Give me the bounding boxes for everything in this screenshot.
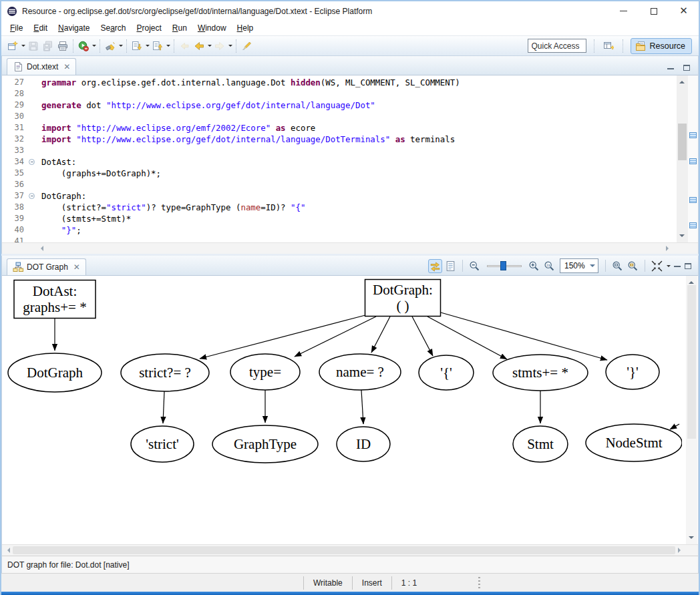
- graph-node-strict-assign[interactable]: strict?= ?: [121, 354, 209, 391]
- maximize-editor-icon[interactable]: [683, 65, 690, 71]
- occurrence-marker[interactable]: [689, 222, 697, 228]
- xtext-file-icon: [13, 61, 23, 72]
- run-button[interactable]: [77, 39, 90, 53]
- graph-node-DotGraph[interactable]: DotGraph: [8, 353, 102, 392]
- quick-access-input[interactable]: [528, 39, 586, 53]
- graph-node-DotAst[interactable]: DotAst:graphs+= *: [14, 280, 96, 319]
- graph-node-ID[interactable]: ID: [337, 427, 390, 461]
- code-editor[interactable]: 27grammar org.eclipse.gef.dot.internal.l…: [2, 75, 698, 242]
- zoom-selection-button[interactable]: [610, 259, 625, 273]
- next-annotation-button[interactable]: [130, 39, 144, 53]
- scroll-left-icon[interactable]: [38, 246, 43, 251]
- editor-vertical-scrollbar[interactable]: [677, 75, 688, 242]
- graph-tabstrip: DOT Graph ✕ 1x150%: [2, 256, 698, 276]
- maximize-view-button[interactable]: [683, 262, 693, 270]
- link-with-editor-button[interactable]: [428, 259, 442, 273]
- dropdown-caret-icon[interactable]: [228, 45, 232, 49]
- graph-canvas[interactable]: DotAst:graphs+= *DotGraph:( )DotGraphstr…: [2, 276, 698, 544]
- graph-node-NodeStmt[interactable]: NodeStmt: [586, 424, 682, 461]
- graph-node-strict-keyword[interactable]: 'strict': [131, 426, 194, 462]
- back-button[interactable]: [192, 39, 206, 53]
- editor-horizontal-scrollbar[interactable]: [2, 242, 698, 254]
- graph-node-DotGraphRule[interactable]: DotGraph:( ): [365, 280, 441, 317]
- minimize-view-button[interactable]: [673, 263, 682, 268]
- resource-perspective-button[interactable]: Resource: [631, 38, 693, 54]
- menu-navigate[interactable]: Navigate: [53, 22, 95, 34]
- line-number: 30: [2, 111, 27, 122]
- dropdown-caret-icon[interactable]: [119, 45, 123, 49]
- occurrence-marker[interactable]: [689, 158, 697, 164]
- scroll-left-icon[interactable]: [5, 548, 10, 553]
- graph-node-name-assign[interactable]: name= ?: [319, 354, 401, 390]
- last-edit-location-button[interactable]: [178, 39, 191, 53]
- fold-column: [27, 236, 37, 242]
- scroll-up-icon[interactable]: [679, 78, 685, 83]
- menu-search[interactable]: Search: [95, 22, 131, 34]
- graph-node-GraphType[interactable]: GraphType: [212, 425, 318, 463]
- scroll-down-icon[interactable]: [679, 234, 685, 240]
- window-maximize-button[interactable]: [639, 1, 669, 21]
- scroll-down-icon[interactable]: [689, 536, 694, 542]
- graph-node-stmts-assign[interactable]: stmts+= *: [493, 355, 588, 391]
- graph-vertical-scrollbar[interactable]: [686, 276, 697, 544]
- graph-node-Stmt[interactable]: Stmt: [513, 426, 568, 462]
- occurrence-marker[interactable]: [689, 197, 697, 203]
- open-file-button[interactable]: [444, 259, 458, 273]
- close-tab-icon[interactable]: ✕: [73, 262, 80, 272]
- graph-horizontal-scrollbar[interactable]: [2, 544, 698, 556]
- dropdown-caret-icon[interactable]: [146, 45, 150, 49]
- open-perspective-button[interactable]: [602, 39, 615, 53]
- window-close-button[interactable]: ✕: [669, 1, 699, 21]
- zoom-out-button[interactable]: [468, 259, 482, 273]
- dropdown-caret-icon[interactable]: [92, 45, 96, 49]
- dropdown-caret-icon[interactable]: [208, 45, 212, 49]
- print-button[interactable]: [56, 39, 69, 53]
- fold-collapse-icon[interactable]: [29, 159, 35, 165]
- tab-dot-xtext[interactable]: Dot.xtext ✕: [7, 58, 76, 75]
- minimize-view-icon: [674, 264, 681, 267]
- graph-node-rbrace[interactable]: '}': [606, 355, 659, 389]
- search-button[interactable]: [104, 39, 117, 53]
- slider-thumb[interactable]: [500, 261, 506, 270]
- scrollbar-thumb[interactable]: [13, 546, 675, 554]
- menu-window[interactable]: Window: [192, 22, 232, 34]
- forward-button[interactable]: [213, 39, 226, 53]
- minimize-editor-icon[interactable]: [667, 67, 674, 69]
- save-button[interactable]: [27, 39, 40, 53]
- save-all-button[interactable]: [41, 39, 55, 53]
- mark-occurrences-button[interactable]: [240, 39, 253, 53]
- dropdown-caret-icon[interactable]: [21, 45, 25, 49]
- scroll-up-icon[interactable]: [689, 278, 694, 284]
- menu-file[interactable]: File: [5, 22, 28, 34]
- print-icon: [57, 41, 68, 51]
- menu-help[interactable]: Help: [232, 22, 259, 34]
- dropdown-caret-icon[interactable]: [667, 265, 671, 269]
- graph-node-lbrace[interactable]: '{': [419, 355, 474, 390]
- new-button[interactable]: [6, 39, 19, 53]
- tab-dot-graph[interactable]: DOT Graph ✕: [7, 258, 86, 275]
- zoom-level-combo[interactable]: 150%: [560, 258, 598, 273]
- menu-run[interactable]: Run: [167, 22, 192, 34]
- zoom-fit-button[interactable]: [626, 259, 640, 273]
- chevron-down-icon[interactable]: [590, 264, 595, 270]
- graph-node-type-assign[interactable]: type=: [230, 354, 300, 390]
- dropdown-caret-icon[interactable]: [166, 45, 170, 49]
- menu-edit[interactable]: Edit: [28, 22, 53, 34]
- zoom-in-button[interactable]: [527, 259, 541, 273]
- line-number: 37: [2, 190, 27, 202]
- scrollbar-thumb[interactable]: [678, 124, 687, 160]
- last-edit-icon: [179, 41, 190, 51]
- overview-ruler[interactable]: [688, 75, 698, 242]
- occurrence-marker[interactable]: [689, 132, 697, 138]
- fold-collapse-icon[interactable]: [29, 193, 35, 199]
- fit-to-viewport-button[interactable]: [650, 259, 664, 273]
- scroll-right-icon[interactable]: [666, 246, 671, 251]
- close-tab-icon[interactable]: ✕: [63, 62, 70, 71]
- window-minimize-button[interactable]: [608, 1, 639, 21]
- scrollbar-thumb[interactable]: [687, 285, 696, 439]
- zoom-slider[interactable]: [487, 260, 522, 271]
- zoom-reset-button[interactable]: 1x: [542, 259, 556, 273]
- previous-annotation-button[interactable]: [151, 39, 164, 53]
- scroll-right-icon[interactable]: [678, 548, 683, 553]
- menu-project[interactable]: Project: [131, 22, 166, 34]
